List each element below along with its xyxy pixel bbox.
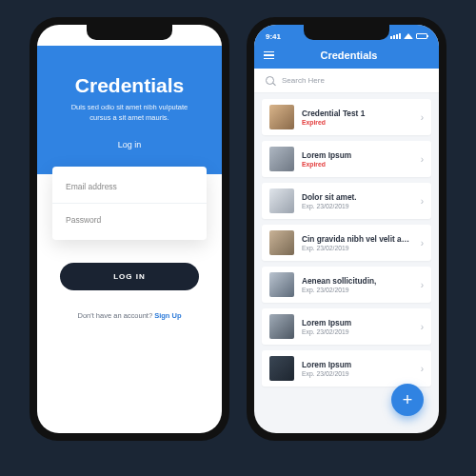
list-item[interactable]: Aenean sollicitudin, Exp. 23/02/2019 › [262, 267, 431, 303]
signal-icon [390, 33, 401, 39]
item-status: Exp. 23/02/2019 [302, 287, 413, 293]
chevron-right-icon: › [421, 238, 424, 248]
item-title: Aenean sollicitudin, [302, 276, 413, 286]
signup-prompt: Don't have an account? [78, 311, 155, 320]
item-title: Lorem Ipsum [302, 150, 413, 160]
status-time: 9:41 [266, 32, 281, 41]
list-item[interactable]: Lorem Ipsum Exp. 23/02/2019 › [262, 308, 431, 345]
list-item[interactable]: Credential Test 1 Expired › [262, 99, 431, 135]
item-status: Exp. 23/02/2019 [302, 370, 413, 377]
item-status: Expired [302, 161, 413, 168]
battery-icon [199, 33, 210, 39]
item-status: Expired [302, 119, 413, 126]
thumbnail [269, 272, 294, 297]
list-item[interactable]: Dolor sit amet. Exp. 23/02/2019 › [262, 183, 431, 219]
login-button[interactable]: LOG IN [60, 263, 199, 290]
item-title: Cin gravida nibh vel velit auctor [302, 234, 413, 244]
app-subtitle: Duis sed odio sit amet nibh vulputate cu… [63, 103, 196, 123]
phone-login: 9:41 Credentials Duis sed odio sit amet … [30, 17, 229, 441]
phone-list: 9:41 Credentials Search Here Credential … [247, 17, 446, 441]
item-title: Lorem Ipsum [302, 318, 413, 327]
chevron-right-icon: › [421, 322, 424, 332]
list-item[interactable]: Lorem Ipsum Exp. 23/02/2019 › [262, 350, 431, 387]
notch [87, 25, 172, 40]
notch [304, 25, 389, 40]
search-input[interactable]: Search Here [254, 69, 439, 93]
item-title: Credential Test 1 [302, 109, 413, 118]
wifi-icon [187, 33, 196, 39]
wifi-icon [404, 33, 413, 39]
item-status: Exp. 23/02/2019 [302, 203, 413, 209]
list-item[interactable]: Cin gravida nibh vel velit auctor Exp. 2… [262, 225, 431, 261]
item-status: Exp. 23/02/2019 [302, 245, 413, 251]
credentials-list: Credential Test 1 Expired › Lorem Ipsum … [254, 93, 439, 433]
signal-icon [173, 33, 184, 39]
search-placeholder: Search Here [282, 76, 325, 85]
signup-row: Don't have an account? Sign Up [37, 311, 222, 320]
status-time: 9:41 [49, 32, 64, 41]
login-form: Email address Password [52, 167, 207, 240]
password-field[interactable]: Password [52, 203, 207, 236]
login-hero: Credentials Duis sed odio sit amet nibh … [37, 46, 222, 174]
chevron-right-icon: › [421, 280, 424, 290]
chevron-right-icon: › [421, 112, 424, 123]
signup-link[interactable]: Sign Up [154, 311, 181, 320]
email-field[interactable]: Email address [52, 170, 207, 203]
thumbnail [269, 188, 294, 213]
add-button[interactable]: + [391, 384, 424, 416]
login-tab[interactable]: Log in [58, 140, 201, 155]
item-title: Lorem Ipsum [302, 360, 413, 369]
page-title: Credentials [268, 50, 429, 61]
thumbnail [269, 105, 294, 129]
chevron-right-icon: › [421, 364, 424, 374]
thumbnail [269, 147, 294, 171]
chevron-right-icon: › [421, 196, 424, 207]
app-title: Credentials [58, 74, 201, 97]
list-item[interactable]: Lorem Ipsum Expired › [262, 141, 431, 177]
thumbnail [269, 314, 294, 339]
item-status: Exp. 23/02/2019 [302, 328, 413, 335]
list-header: Credentials [254, 46, 439, 69]
item-title: Dolor sit amet. [302, 192, 413, 202]
thumbnail [269, 230, 294, 255]
thumbnail [269, 356, 294, 381]
chevron-right-icon: › [421, 154, 424, 165]
battery-icon [416, 33, 427, 39]
search-icon [266, 76, 274, 85]
